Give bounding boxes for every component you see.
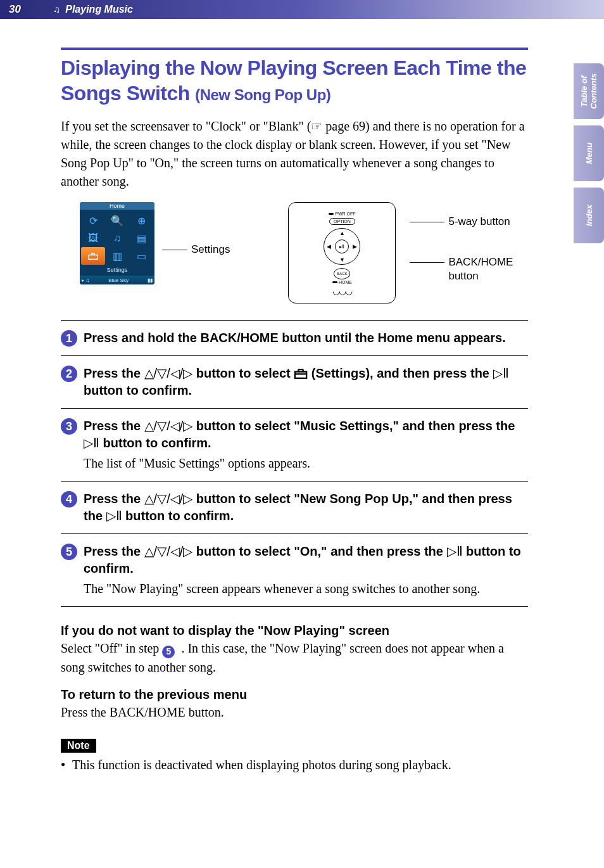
step-title: Press and hold the BACK/HOME button unti…: [84, 329, 528, 347]
device-topbar: Home: [80, 202, 154, 210]
sub-body: Press the BACK/HOME button.: [61, 703, 528, 721]
step-5: 5 Press the △/▽/◁/▷ button to select "On…: [61, 533, 528, 606]
step-number: 5: [61, 544, 77, 560]
play-pause-glyph: ▷Ⅱ: [84, 436, 99, 450]
np-play-icon: ▸ ♫: [82, 278, 89, 283]
grid-icon: 🖼: [81, 229, 105, 247]
tab-menu[interactable]: Menu: [574, 125, 604, 181]
step-number: 2: [61, 366, 77, 382]
step-number: 4: [61, 491, 77, 507]
steps-end-rule: [61, 606, 528, 607]
settings-callout: Settings: [162, 243, 230, 256]
device-now-playing-bar: ▸ ♫ Blue Sky ▮▮: [80, 276, 154, 284]
grid-icon-settings-selected: [81, 247, 105, 265]
grid-icon: ▭: [129, 247, 153, 265]
page-title: Displaying the Now Playing Screen Each T…: [61, 55, 528, 106]
page-header: 30 ♫ Playing Music: [0, 0, 604, 19]
tab-table-of-contents[interactable]: Table of Contents: [574, 63, 604, 119]
dpad-down-icon: ▼: [339, 257, 345, 263]
sub-body: Select "Off" in step 5. In this case, th…: [61, 639, 528, 676]
device-label: Settings: [80, 265, 154, 276]
music-note-icon: ♫: [53, 4, 60, 15]
back-home-callout: BACK/HOME button: [448, 255, 513, 283]
five-way-button: ▲ ▼ ◀ ▶ ▸Ⅱ: [324, 228, 360, 265]
settings-callout-label: Settings: [191, 243, 230, 256]
step-2: 2 Press the △/▽/◁/▷ button to select (Se…: [61, 355, 528, 408]
step-title: Press the △/▽/◁/▷ button to select (Sett…: [84, 365, 528, 399]
play-pause-glyph: ▷Ⅱ: [447, 544, 463, 558]
step-ref-5: 5: [162, 646, 175, 658]
section-name: Playing Music: [65, 4, 133, 15]
step-4: 4 Press the △/▽/◁/▷ button to select "Ne…: [61, 481, 528, 533]
step-title: Press the △/▽/◁/▷ button to select "Musi…: [84, 418, 528, 452]
device-home-grid: ⟳ 🔍 ⊕ 🖼 ♫ ▤ ▥ ▭: [80, 210, 154, 265]
grid-icon: ♫: [105, 229, 129, 247]
home-label: HOME: [332, 280, 352, 284]
back-button: BACK: [334, 268, 350, 279]
step-3: 3 Press the △/▽/◁/▷ button to select "Mu…: [61, 408, 528, 481]
grid-icon: ▥: [105, 247, 129, 265]
dpad-up-icon: ▲: [339, 230, 345, 236]
page-number: 30: [9, 3, 53, 16]
grid-icon: ⊕: [129, 212, 153, 229]
title-rule: [61, 48, 528, 50]
port-icon: ◡◡◡: [332, 286, 351, 297]
play-pause-glyph: ▷Ⅱ: [493, 366, 509, 380]
dpad-center-icon: ▸Ⅱ: [335, 239, 349, 253]
sub-heading: To return to the previous menu: [61, 687, 528, 702]
step-number: 3: [61, 418, 77, 435]
step-1: 1 Press and hold the BACK/HOME button un…: [61, 320, 528, 355]
device-body-mock: PWR OFF OPTION ▲ ▼ ◀ ▶ ▸Ⅱ BACK HOME ◡◡◡: [288, 202, 396, 303]
pwr-off-label: PWR OFF: [329, 212, 355, 216]
note-item: This function is deactivated when displa…: [61, 758, 528, 772]
nav-buttons-glyph: △/▽/◁/▷: [144, 492, 193, 506]
note-list: This function is deactivated when displa…: [61, 758, 528, 772]
np-battery-icon: ▮▮: [148, 278, 153, 283]
step-title: Press the △/▽/◁/▷ button to select "New …: [84, 490, 528, 525]
side-tabs: Table of Contents Menu Index: [574, 63, 604, 243]
title-sub: (New Song Pop Up): [195, 86, 330, 103]
tab-index[interactable]: Index: [574, 188, 604, 243]
grid-icon: ▤: [129, 229, 153, 247]
dpad-left-icon: ◀: [327, 243, 331, 250]
play-pause-glyph: ▷Ⅱ: [106, 509, 122, 523]
step-title: Press the △/▽/◁/▷ button to select "On,"…: [84, 543, 528, 577]
step-number: 1: [61, 330, 77, 347]
note-label: Note: [61, 739, 96, 753]
nav-buttons-glyph: △/▽/◁/▷: [144, 366, 193, 380]
nav-buttons-glyph: △/▽/◁/▷: [144, 544, 193, 558]
illustration-row: Home ⟳ 🔍 ⊕ 🖼 ♫ ▤ ▥ ▭ Settings ▸ ♫: [80, 202, 528, 303]
settings-toolbox-icon: [294, 368, 308, 379]
five-way-callout: 5-way button: [448, 215, 510, 229]
sub-heading: If you do not want to display the "Now P…: [61, 623, 528, 638]
dpad-right-icon: ▶: [353, 243, 357, 250]
device-screen-mock: Home ⟳ 🔍 ⊕ 🖼 ♫ ▤ ▥ ▭ Settings ▸ ♫: [80, 202, 154, 284]
step-description: The list of "Music Settings" options app…: [84, 454, 528, 472]
step-description: The "Now Playing" screen appears wheneve…: [84, 580, 528, 597]
intro-paragraph: If you set the screensaver to "Clock" or…: [61, 117, 528, 191]
grid-icon: 🔍: [105, 212, 129, 229]
np-song: Blue Sky: [108, 278, 129, 283]
option-button: OPTION: [329, 218, 355, 225]
device-callouts: 5-way button BACK/HOME button: [410, 215, 513, 283]
grid-icon: ⟳: [81, 212, 105, 229]
nav-buttons-glyph: △/▽/◁/▷: [144, 419, 193, 433]
